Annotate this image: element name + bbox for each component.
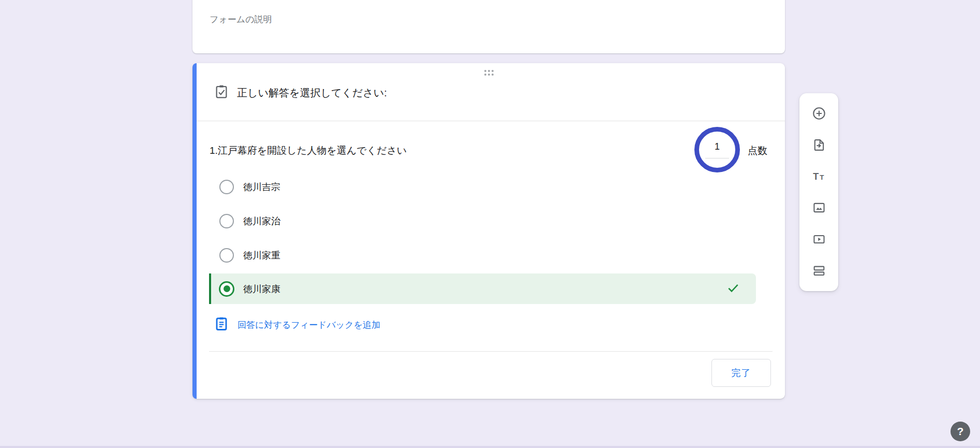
- question-card: 正しい解答を選択してください: 1.江戸幕府を開設した人物を選んでください 1 …: [192, 63, 785, 399]
- footer-divider: [209, 351, 773, 352]
- add-title-text-icon[interactable]: T T: [812, 169, 826, 184]
- correct-answer-row[interactable]: 徳川家康: [209, 273, 756, 304]
- add-video-icon[interactable]: [812, 232, 826, 247]
- points-value[interactable]: 1: [715, 141, 720, 152]
- form-description-input[interactable]: フォームの説明: [210, 13, 272, 25]
- option-row[interactable]: 徳川吉宗: [219, 180, 280, 194]
- done-button[interactable]: 完了: [711, 359, 771, 387]
- add-feedback-label: 回答に対するフィードバックを追加: [237, 319, 380, 331]
- option-label: 徳川家重: [243, 249, 280, 262]
- feedback-clipboard-icon: [214, 316, 229, 334]
- svg-text:T: T: [820, 173, 824, 181]
- points-input-underline: [705, 158, 729, 158]
- points-input[interactable]: 1: [694, 127, 740, 172]
- add-feedback-link[interactable]: 回答に対するフィードバックを追加: [214, 316, 380, 334]
- import-questions-icon[interactable]: [812, 138, 826, 152]
- correct-check-icon: [726, 281, 740, 297]
- option-label: 徳川吉宗: [243, 181, 280, 193]
- bottom-edge: [0, 446, 980, 448]
- drag-handle-icon[interactable]: [484, 70, 494, 76]
- form-description-card: フォームの説明: [192, 0, 785, 53]
- option-label: 徳川家康: [243, 283, 280, 295]
- answer-key-title: 正しい解答を選択してください:: [237, 86, 387, 100]
- add-section-icon[interactable]: [812, 264, 826, 278]
- option-row[interactable]: 徳川家治: [219, 214, 280, 228]
- points-label: 点数: [748, 144, 767, 157]
- option-row[interactable]: 徳川家重: [219, 248, 280, 263]
- answer-key-icon: [214, 84, 229, 99]
- floating-toolbar: T T: [799, 93, 838, 291]
- help-button[interactable]: ?: [951, 422, 970, 441]
- radio-selected-icon[interactable]: [219, 281, 234, 297]
- card-accent-stripe: [192, 63, 197, 399]
- question-text: 1.江戸幕府を開設した人物を選んでください: [210, 144, 407, 157]
- svg-text:T: T: [813, 171, 819, 181]
- add-image-icon[interactable]: [812, 200, 826, 215]
- correct-answer-bar: [209, 273, 211, 304]
- radio-icon[interactable]: [219, 180, 234, 194]
- header-divider: [197, 121, 785, 121]
- radio-icon[interactable]: [219, 214, 234, 228]
- radio-icon[interactable]: [219, 248, 234, 263]
- add-question-icon[interactable]: [812, 106, 826, 121]
- option-label: 徳川家治: [243, 215, 280, 227]
